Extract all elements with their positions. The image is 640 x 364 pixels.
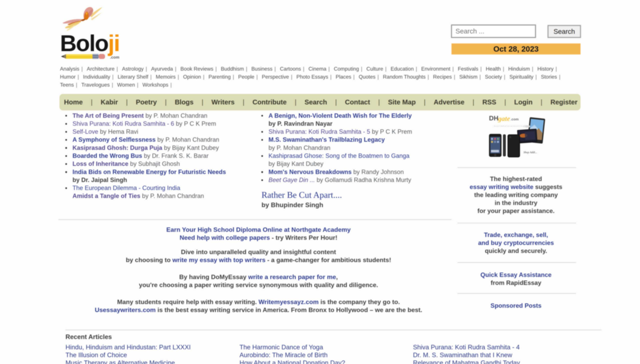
svg-text:DH: DH (489, 114, 498, 122)
svg-text:gate: gate (498, 115, 510, 122)
svg-text:Shop Addi...: Shop Addi... (523, 151, 537, 154)
svg-text:.com: .com (510, 117, 519, 121)
svg-text:buyitwholesaleonline: buyitwholesaleonline (494, 125, 524, 127)
